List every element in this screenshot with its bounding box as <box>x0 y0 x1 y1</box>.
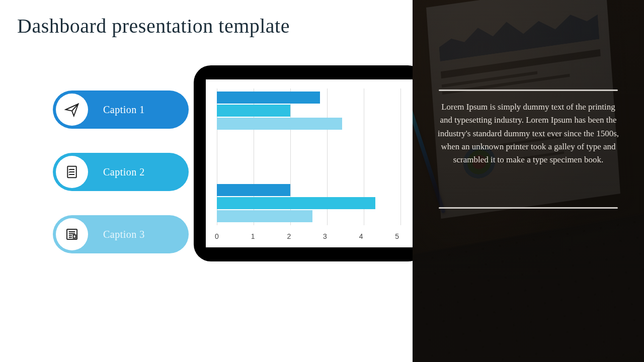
chart-x-axis: 012345 <box>217 232 401 240</box>
chart-bar <box>217 92 320 104</box>
caption-1-label: Caption 1 <box>103 104 145 116</box>
chart-x-tick: 2 <box>287 232 291 240</box>
chart-x-tick: 3 <box>323 232 327 240</box>
divider-top <box>439 89 618 91</box>
tablet-frame: 012345 <box>194 65 425 261</box>
chart-bar <box>217 210 312 222</box>
newspaper-icon <box>56 218 88 250</box>
right-body-text: Lorem Ipsum is simply dummy text of the … <box>438 101 619 167</box>
left-pane: Dashboard presentation template Caption … <box>0 0 413 362</box>
chart-plot <box>217 88 401 225</box>
chart-bar <box>217 118 342 130</box>
caption-3[interactable]: Caption 3 <box>53 215 189 253</box>
clipboard-icon <box>56 156 88 188</box>
divider-bottom <box>439 207 618 209</box>
caption-2-label: Caption 2 <box>103 166 145 178</box>
chart-bar <box>217 197 375 209</box>
paper-plane-icon <box>56 94 88 126</box>
caption-2[interactable]: Caption 2 <box>53 153 189 191</box>
caption-list: Caption 1 Caption 2 Caption 3 <box>53 90 189 253</box>
chart-bar <box>217 184 290 196</box>
chart-screen: 012345 <box>206 79 413 247</box>
photo-overlay <box>413 0 644 362</box>
chart-x-tick: 0 <box>215 232 219 240</box>
right-pane: Lorem Ipsum is simply dummy text of the … <box>413 0 644 362</box>
svg-rect-2 <box>73 235 76 238</box>
caption-3-label: Caption 3 <box>103 229 145 240</box>
caption-1[interactable]: Caption 1 <box>53 90 189 129</box>
chart-group <box>217 92 401 130</box>
chart-x-tick: 4 <box>359 232 363 240</box>
chart-x-tick: 5 <box>395 232 399 240</box>
chart-bar <box>217 105 290 117</box>
chart-group <box>217 184 401 222</box>
chart-bars <box>217 88 401 225</box>
page-title: Dashboard presentation template <box>17 14 290 38</box>
chart-x-tick: 1 <box>251 232 255 240</box>
